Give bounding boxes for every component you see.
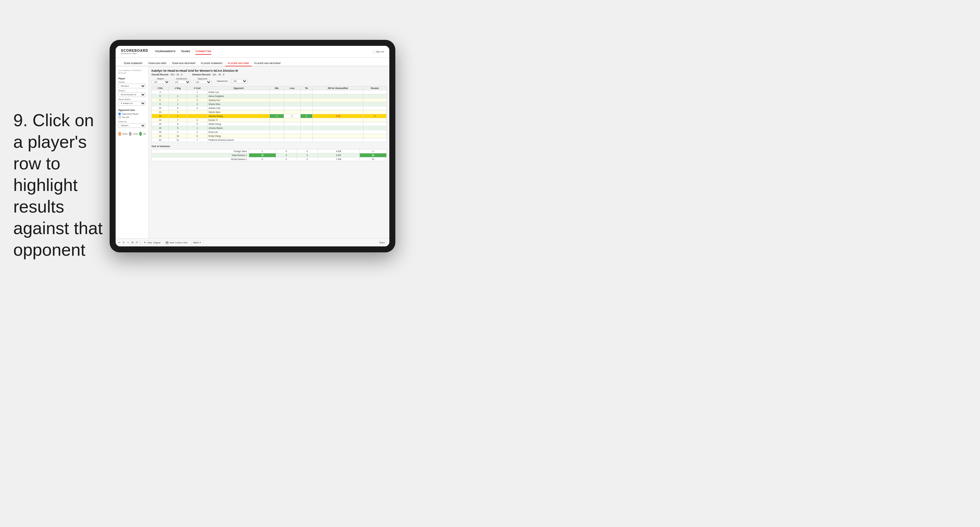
ood-table: Foreign Team1004.5002NAIA Division 11500… xyxy=(151,149,387,161)
table-row[interactable]: 1691Jessica Mason xyxy=(152,126,387,130)
gender-select[interactable]: Women's xyxy=(118,84,146,88)
table-row[interactable]: 19106Emily Chang xyxy=(152,134,387,138)
cell-rounds xyxy=(363,102,387,106)
cell-loss xyxy=(284,126,300,130)
view-original-btn[interactable]: 👁 View: Original xyxy=(142,240,162,245)
filter-conference-label: Conference xyxy=(172,78,191,80)
share-btn[interactable]: Share xyxy=(378,240,387,245)
cell-div: 5 xyxy=(152,94,169,98)
cell-div: 16 xyxy=(152,126,169,130)
filter-region-select[interactable]: (All) xyxy=(151,80,170,84)
table-row[interactable]: 1822Euna Lee xyxy=(152,130,387,134)
filter-region-label: Region xyxy=(151,78,170,80)
undo-icon[interactable]: ↩ xyxy=(118,241,121,244)
cell-reg: 1 xyxy=(169,110,187,114)
out-of-division-title: Out of division xyxy=(151,145,387,148)
table-row[interactable]: 914Sharon Mun xyxy=(152,102,387,106)
cell-conf: 3 xyxy=(187,98,207,102)
subnav-player-h2h-grid[interactable]: PLAYER H2H GRID xyxy=(225,61,251,67)
cell-conf: 4 xyxy=(187,102,207,106)
cell-div: 20 xyxy=(152,138,169,142)
th-rounds: Rounds xyxy=(363,86,387,90)
cell-diff xyxy=(313,98,363,102)
radio-top100[interactable]: Top 100 xyxy=(118,116,146,119)
nav-committee[interactable]: COMMITTEE xyxy=(195,49,211,55)
filter-opponent-select[interactable]: (All) xyxy=(193,80,212,84)
colour-select[interactable]: Win/loss xyxy=(118,123,146,128)
sub-nav: TEAM SUMMARY TEAM H2H GRID TEAM H2H HEAT… xyxy=(116,58,389,67)
nav-tournaments[interactable]: TOURNAMENTS xyxy=(155,49,175,55)
th-loss: Loss xyxy=(284,86,300,90)
logo-sub: Powered by clippi xyxy=(121,52,148,54)
cell-win xyxy=(270,126,284,130)
table-row[interactable]: 522Alexis Sudjianto xyxy=(152,94,387,98)
division-record: Division Record: 331 - 34 - 6 xyxy=(192,73,224,76)
cell-tie xyxy=(300,110,313,114)
bottom-toolbar: ↩ ↻ ⤳ ⚙ ↺ 👁 View: Original 💾 Save Custom… xyxy=(116,238,389,246)
cell-tie xyxy=(300,102,313,106)
refresh-icon[interactable]: ↺ xyxy=(135,241,138,244)
subnav-player-summary[interactable]: PLAYER SUMMARY xyxy=(198,61,226,67)
cell-opponent: HeeJo Hyun xyxy=(207,110,270,114)
cell-diff xyxy=(313,138,363,142)
cell-conf: 2 xyxy=(187,130,207,134)
redo-icon[interactable]: ↻ xyxy=(123,241,125,244)
cell-win xyxy=(270,110,284,114)
cell-loss xyxy=(284,106,300,110)
cell-tie xyxy=(300,138,313,142)
filter-region: Region (All) xyxy=(151,78,170,84)
table-row[interactable]: 20117Federica Domecq Lacroze xyxy=(152,138,387,142)
cell-reg: 1 xyxy=(169,98,187,102)
table-row[interactable]: 31Esther Lee xyxy=(152,90,387,94)
cell-opponent: Stella Cheng xyxy=(207,122,270,126)
cell-loss xyxy=(284,130,300,134)
cell-loss: 1 xyxy=(284,114,300,118)
cell-win xyxy=(270,118,284,122)
division-select[interactable]: NCAA Division III xyxy=(118,92,146,97)
watch-btn[interactable]: Watch ▾ xyxy=(191,240,203,245)
subnav-team-h2h-grid[interactable]: TEAM H2H GRID xyxy=(145,61,169,67)
subnav-player-h2h-heatmap[interactable]: PLAYER H2H HEATMAP xyxy=(252,61,284,67)
cell-diff xyxy=(313,106,363,110)
table-row[interactable]: 1063Andrea York xyxy=(152,106,387,110)
cell-loss xyxy=(284,102,300,106)
cell-loss xyxy=(284,138,300,142)
tablet-frame: SCOREBOARD Powered by clippi TOURNAMENTS… xyxy=(110,40,395,252)
sidebar-gender-label: Gender xyxy=(118,81,146,83)
table-row[interactable]: 1585Stella Cheng xyxy=(152,122,387,126)
sidebar-timestamp: Last Updated: 27/03/2024 16:55:28 xyxy=(118,69,146,75)
nav-teams[interactable]: TEAMS xyxy=(181,49,190,55)
th-div: # Div xyxy=(152,86,169,90)
nav-bar: SCOREBOARD Powered by clippi TOURNAMENTS… xyxy=(116,46,389,58)
table-row[interactable]: 131HeeJo Hyun xyxy=(152,110,387,114)
save-custom-view-btn[interactable]: 💾 Save Custom View xyxy=(164,240,189,245)
cell-reg: 10 xyxy=(169,134,187,138)
filter-conference: Conference (All) xyxy=(172,78,191,84)
cell-div: 13 xyxy=(152,110,169,114)
cell-conf: 4 xyxy=(187,118,207,122)
opponents-value-select[interactable]: (All) xyxy=(231,79,248,83)
annotation-body: Click on a player's row to highlight res… xyxy=(13,111,103,259)
forward-icon[interactable]: ⤳ xyxy=(127,241,129,244)
sign-out-link[interactable]: Sign out xyxy=(375,51,384,53)
table-row[interactable]: 1474Eunice Yi xyxy=(152,118,387,122)
cell-reg: 11 xyxy=(169,138,187,142)
cell-diff xyxy=(313,134,363,138)
cell-conf: 6 xyxy=(187,134,207,138)
table-row[interactable]: 131Jessica Huang010-3.002 xyxy=(152,114,387,118)
cell-rounds xyxy=(363,134,387,138)
table-row[interactable]: 613Sydney Kuo xyxy=(152,98,387,102)
radio-opponents-played[interactable]: Opponents Played xyxy=(118,113,146,115)
player-rank-select[interactable]: 8. Katelyn Vo xyxy=(118,101,146,106)
subnav-team-h2h-heatmap[interactable]: TEAM H2H HEATMAP xyxy=(169,61,198,67)
subnav-team-summary[interactable]: TEAM SUMMARY xyxy=(121,61,145,67)
cell-opponent: Esther Lee xyxy=(207,90,270,94)
settings-icon[interactable]: ⚙ xyxy=(131,241,134,244)
cell-win xyxy=(270,90,284,94)
filter-conference-select[interactable]: (All) xyxy=(172,80,191,84)
cell-opponent: Federica Domecq Lacroze xyxy=(207,138,270,142)
cell-reg: 6 xyxy=(169,106,187,110)
cell-div: 13 xyxy=(152,114,169,118)
cell-conf xyxy=(187,110,207,114)
cell-diff xyxy=(313,90,363,94)
